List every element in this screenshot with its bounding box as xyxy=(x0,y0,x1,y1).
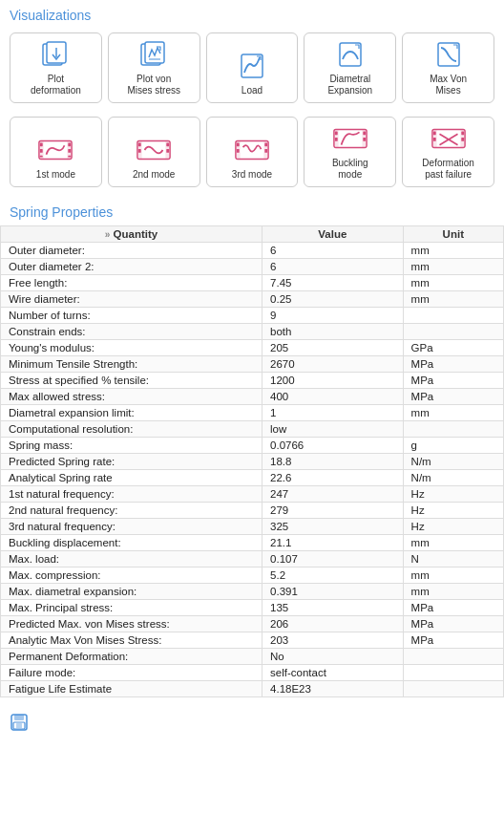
table-cell-quantity: Number of turns: xyxy=(1,308,262,324)
svg-rect-38 xyxy=(363,138,366,141)
table-cell-quantity: 2nd natural frequency: xyxy=(1,503,262,519)
table-row: Spring mass:0.0766g xyxy=(1,438,504,454)
viz-plot-von-mises[interactable]: Plot vonMises stress xyxy=(108,32,200,103)
table-cell-value: 1 xyxy=(262,405,404,421)
spring-properties-table: » Quantity Value Unit Outer diameter:6mm… xyxy=(0,225,504,697)
table-cell-value: 205 xyxy=(262,340,404,356)
table-cell-value: 2670 xyxy=(262,356,404,373)
table-cell-quantity: Max. Principal stress: xyxy=(1,600,262,616)
svg-rect-30 xyxy=(264,142,267,146)
table-row: Max. Principal stress:135MPa xyxy=(1,600,504,616)
svg-rect-44 xyxy=(461,131,464,135)
viz-max-von-mises-label: Max VonMises xyxy=(430,74,467,96)
table-cell-unit xyxy=(403,308,503,324)
table-row: Young's modulus:205GPa xyxy=(1,340,504,356)
viz-plot-deformation[interactable]: Plotdeformation xyxy=(10,32,102,103)
viz-von-mises-label: Plot vonMises stress xyxy=(127,74,180,96)
table-row: Permanent Deformation:No xyxy=(1,649,504,665)
table-cell-unit: MPa xyxy=(403,616,503,632)
table-cell-quantity: Max. load: xyxy=(1,551,262,568)
svg-rect-13 xyxy=(40,149,43,153)
table-cell-value: 5.2 xyxy=(262,568,404,584)
table-cell-unit: mm xyxy=(403,568,503,584)
table-row: Max. compression:5.2mm xyxy=(1,568,504,584)
deformation-past-failure-icon xyxy=(430,123,467,154)
svg-rect-51 xyxy=(16,723,22,728)
viz-2nd-mode-label: 2nd mode xyxy=(133,169,175,181)
viz-3rd-mode[interactable]: 3rd mode xyxy=(206,117,299,187)
table-cell-value: self-contact xyxy=(262,665,404,681)
table-cell-value: 206 xyxy=(262,616,404,632)
table-cell-quantity: Max allowed stress: xyxy=(1,389,262,405)
viz-1st-mode-label: 1st mode xyxy=(36,169,75,181)
viz-diametral-expansion[interactable]: DiametralExpansion xyxy=(304,32,396,103)
table-cell-quantity: Spring mass: xyxy=(1,438,262,454)
table-cell-value: 247 xyxy=(262,486,404,503)
table-cell-unit xyxy=(403,421,503,438)
svg-rect-49 xyxy=(14,715,24,720)
table-cell-value: 4.18E23 xyxy=(262,681,404,697)
table-cell-quantity: Analytic Max Von Mises Stress: xyxy=(1,632,262,649)
save-button[interactable] xyxy=(10,713,29,735)
footer xyxy=(0,707,504,740)
table-cell-unit xyxy=(403,681,503,697)
viz-1st-mode[interactable]: 1st mode xyxy=(10,117,102,187)
table-cell-value: 279 xyxy=(262,503,404,519)
table-cell-value: 0.391 xyxy=(262,584,404,600)
table-cell-quantity: Diametral expansion limit: xyxy=(1,405,262,421)
table-cell-value: 21.1 xyxy=(262,535,404,551)
svg-rect-15 xyxy=(69,142,72,146)
svg-rect-32 xyxy=(334,130,367,148)
viz-deformation-past-failure[interactable]: Deformationpast failure xyxy=(402,117,494,187)
viz-plot-deformation-label: Plotdeformation xyxy=(31,74,81,96)
viz-2nd-mode[interactable]: 2nd mode xyxy=(108,117,200,187)
svg-rect-16 xyxy=(69,149,72,153)
table-cell-unit xyxy=(403,665,503,681)
svg-rect-12 xyxy=(40,142,43,146)
table-cell-unit: mm xyxy=(403,291,503,308)
table-cell-quantity: Max. diametral expansion: xyxy=(1,584,262,600)
svg-rect-37 xyxy=(363,131,366,135)
svg-rect-31 xyxy=(264,149,267,153)
1st-mode-icon xyxy=(37,135,74,165)
table-cell-quantity: Failure mode: xyxy=(1,665,262,681)
col-quantity: » Quantity xyxy=(1,226,262,243)
table-row: Wire diameter:0.25mm xyxy=(1,291,504,308)
2nd-mode-icon xyxy=(136,135,172,165)
svg-rect-17 xyxy=(69,156,72,158)
table-cell-value: 135 xyxy=(262,600,404,616)
table-cell-value: 325 xyxy=(262,519,404,535)
table-row: Free length:7.45mm xyxy=(1,275,504,291)
svg-rect-28 xyxy=(237,142,240,146)
svg-rect-4 xyxy=(145,42,164,63)
buckling-mode-icon xyxy=(332,123,368,154)
svg-rect-14 xyxy=(40,156,43,158)
col-unit: Unit xyxy=(403,226,503,243)
table-cell-quantity: Computational resolution: xyxy=(1,421,262,438)
table-cell-quantity: Fatigue Life Estimate xyxy=(1,681,262,697)
table-cell-unit: GPa xyxy=(403,340,503,356)
table-cell-unit: MPa xyxy=(403,632,503,649)
table-row: Computational resolution:low xyxy=(1,421,504,438)
table-row: Analytical Spring rate22.6N/m xyxy=(1,470,504,486)
deformation-icon xyxy=(37,39,74,70)
table-cell-quantity: Young's modulus: xyxy=(1,340,262,356)
viz-buckling-mode[interactable]: Bucklingmode xyxy=(304,117,396,187)
svg-rect-7 xyxy=(340,43,361,66)
table-cell-quantity: Permanent Deformation: xyxy=(1,649,262,665)
table-cell-unit: Hz xyxy=(403,503,503,519)
viz-load[interactable]: Load xyxy=(206,32,299,103)
svg-rect-21 xyxy=(138,142,141,146)
table-cell-quantity: Minimum Tensile Strength: xyxy=(1,356,262,373)
table-cell-quantity: Stress at specified % tensile: xyxy=(1,373,262,389)
table-cell-unit: Hz xyxy=(403,519,503,535)
table-cell-quantity: Max. compression: xyxy=(1,568,262,584)
table-cell-unit xyxy=(403,324,503,340)
table-row: Predicted Max. von Mises stress:206MPa xyxy=(1,616,504,632)
viz-max-von-mises[interactable]: Max VonMises xyxy=(402,32,494,103)
diametral-icon xyxy=(332,39,368,70)
table-cell-value: 0.107 xyxy=(262,551,404,568)
svg-rect-45 xyxy=(461,138,464,141)
svg-rect-29 xyxy=(237,149,240,153)
table-cell-value: 203 xyxy=(262,632,404,649)
